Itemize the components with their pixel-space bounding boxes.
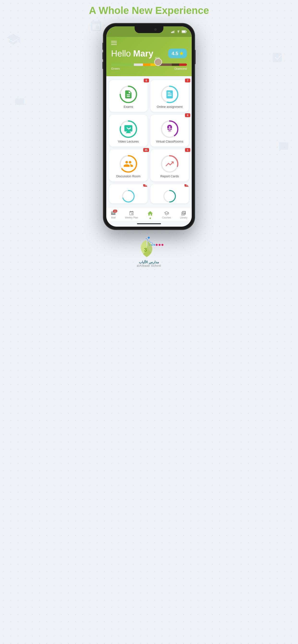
- courses-icon: [164, 210, 169, 216]
- icon-virtual-classrooms: [160, 120, 179, 139]
- label-diamond: Diamond: [175, 67, 187, 70]
- card-discussion-room[interactable]: 45 Discussion Room: [109, 150, 147, 181]
- calendar-icon: [129, 210, 134, 216]
- svg-rect-6: [186, 31, 187, 32]
- label-discussion-room: Discussion Room: [116, 174, 140, 178]
- page-title: A Whole New Experience: [89, 5, 209, 16]
- card-online-assignment[interactable]: 7 Online assignment: [151, 80, 189, 112]
- nav-weekly-plan[interactable]: Weekly Plan: [123, 210, 140, 220]
- logo-graphic: 3: [135, 237, 163, 258]
- library-icon: [181, 210, 186, 216]
- icon-discussion-room: [119, 154, 138, 174]
- nav-mail[interactable]: 11 Mail: [109, 210, 118, 220]
- progress-labels: Green Diamond: [111, 67, 187, 70]
- svg-rect-2: [173, 31, 174, 33]
- greeting-text: Hello Mary: [111, 49, 153, 59]
- card-partial-2[interactable]: 13: [151, 184, 189, 204]
- ring-svg-partial2: [163, 189, 177, 204]
- greeting-normal: Hello: [111, 49, 133, 58]
- ring-svg-assignment: [160, 85, 179, 104]
- badge-partial-2: 13: [185, 184, 189, 187]
- nav-label-courses: Courses: [162, 216, 171, 219]
- notch: [135, 26, 163, 33]
- badge-report-cards: 1: [185, 148, 190, 152]
- svg-rect-1: [172, 32, 173, 33]
- nav-library[interactable]: Library: [178, 210, 189, 220]
- label-virtual-classrooms: Virtual ClassRooms: [156, 140, 183, 143]
- rating-badge: 4.5 ★: [168, 49, 187, 58]
- card-video-lectures[interactable]: Video Lectures: [109, 115, 147, 146]
- label-online-assignment: Online assignment: [157, 105, 183, 108]
- card-virtual-classrooms[interactable]: 8 Virtual ClassRooms: [151, 115, 189, 146]
- svg-rect-0: [171, 32, 172, 33]
- nav-label-weekly-plan: Weekly Plan: [125, 216, 138, 219]
- school-english-text: alAlbaab School: [137, 264, 161, 268]
- nav-home[interactable]: [145, 210, 155, 220]
- ring-svg-video: [119, 120, 138, 139]
- avatar-image: [155, 59, 162, 66]
- svg-rect-5: [182, 31, 186, 32]
- phone-mockup: Hello Mary 4.5 ★ 65%: [103, 24, 195, 230]
- rating-star-icon: ★: [179, 50, 184, 56]
- app-content: 6 Exams: [106, 76, 192, 207]
- home-indicator: [106, 221, 192, 227]
- segment-white: [134, 64, 143, 66]
- nav-badge-mail: 11: [113, 210, 117, 212]
- grid-row-3: 45 Discussion Room: [109, 150, 189, 181]
- school-name-arabic: مدارس الألباب alAlbaab School: [137, 260, 161, 268]
- camera: [154, 28, 157, 31]
- nav-courses[interactable]: Courses: [160, 210, 173, 220]
- grid-row-1: 6 Exams: [109, 80, 189, 112]
- ring-svg-partial1: [121, 189, 135, 204]
- greeting-name: Mary: [133, 49, 153, 58]
- segment-dark: [172, 64, 180, 66]
- ring-svg-reports: [160, 154, 179, 174]
- school-arabic-text: مدارس الألباب: [137, 260, 161, 264]
- svg-rect-3: [174, 30, 175, 33]
- nav-active-dot: [150, 218, 151, 219]
- icon-exams: [119, 85, 138, 104]
- badge-partial-1: 31: [143, 184, 147, 187]
- rating-value: 4.5: [172, 51, 178, 56]
- badge-exams: 6: [144, 78, 149, 82]
- title-accent-text: Experience: [155, 5, 209, 16]
- grid-row-2: Video Lectures 8: [109, 115, 189, 146]
- icon-online-assignment: [160, 85, 179, 104]
- battery-icon: [182, 30, 187, 33]
- segment-green: [111, 64, 134, 66]
- badge-virtual-classrooms: 8: [185, 113, 190, 117]
- status-icons: [171, 30, 187, 33]
- grid-row-4: 31 13: [109, 184, 189, 204]
- label-exams: Exams: [123, 105, 133, 108]
- bottom-nav: 11 Mail Weekly Plan: [106, 207, 192, 221]
- label-green: Green: [111, 67, 120, 70]
- status-bar: [106, 26, 192, 37]
- progress-section: 65% Green Diamond: [111, 64, 187, 70]
- school-logo: 3 مدارس الألباب alAlbaab School: [135, 237, 163, 268]
- badge-online-assignment: 7: [185, 78, 190, 82]
- ring-svg-exams: [119, 85, 138, 104]
- signal-icon: [171, 30, 175, 33]
- title-normal-text: A Whole New: [89, 5, 155, 16]
- progress-bar: [111, 64, 187, 66]
- icon-partial-1: [121, 189, 135, 200]
- logo-dotted-path: [145, 237, 159, 247]
- card-exams[interactable]: 6 Exams: [109, 80, 147, 112]
- icon-report-cards: [160, 154, 179, 174]
- phone-screen: Hello Mary 4.5 ★ 65%: [106, 26, 192, 227]
- ring-svg-discussion: [119, 154, 138, 174]
- segment-red: [179, 64, 187, 66]
- svg-text:3: 3: [144, 247, 147, 253]
- menu-button[interactable]: [111, 41, 187, 45]
- wifi-icon: [176, 30, 180, 33]
- card-partial-1[interactable]: 31: [109, 184, 147, 204]
- nav-label-mail: Mail: [111, 216, 115, 219]
- icon-partial-2: [163, 189, 177, 200]
- app-header: Hello Mary 4.5 ★ 65%: [106, 37, 192, 76]
- home-icon: [147, 210, 153, 216]
- segment-orange: [143, 64, 151, 66]
- home-bar: [137, 223, 161, 224]
- nav-label-library: Library: [180, 216, 187, 219]
- user-avatar: [154, 58, 162, 66]
- card-report-cards[interactable]: 1 Report Cards: [151, 150, 189, 181]
